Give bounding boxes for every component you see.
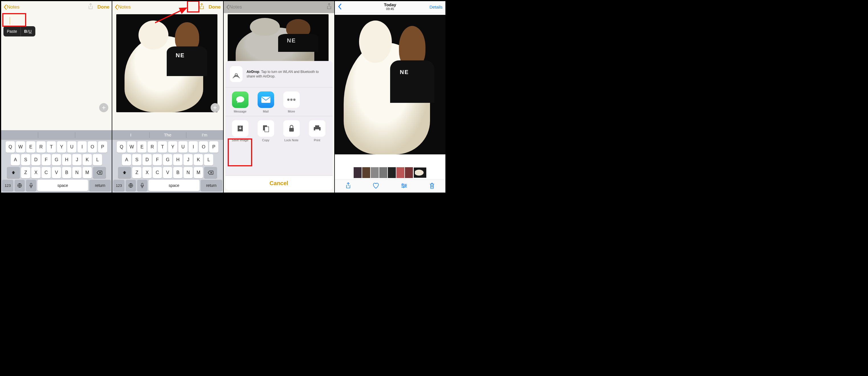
key[interactable]: H [62,154,71,165]
key[interactable]: P [98,141,107,153]
space-key[interactable]: space [149,180,199,191]
key[interactable]: F [41,154,51,165]
key[interactable]: L [93,154,102,165]
delete-button[interactable] [429,182,435,190]
thumb[interactable] [379,167,388,178]
key[interactable]: E [137,141,147,153]
shift-key[interactable] [118,167,131,178]
back-button[interactable]: Notes [115,4,130,10]
share-message[interactable]: Message [230,91,250,113]
key[interactable]: L [204,154,213,165]
add-button[interactable]: + [99,103,108,112]
globe-key[interactable] [126,180,136,191]
key[interactable]: E [26,141,35,153]
thumb[interactable] [405,167,413,178]
key[interactable]: C [153,167,162,178]
return-key[interactable]: return [200,180,222,191]
key[interactable]: K [194,154,203,165]
key[interactable]: F [153,154,162,165]
key[interactable]: S [132,154,141,165]
suggestion[interactable] [75,130,112,140]
key[interactable]: W [127,141,136,153]
menu-format[interactable]: BIU [21,29,35,34]
key[interactable]: D [31,154,40,165]
key[interactable]: K [83,154,92,165]
backspace-key[interactable] [204,167,217,178]
key[interactable]: H [173,154,182,165]
thumb[interactable] [388,167,396,178]
key[interactable]: P [209,141,218,153]
favorite-button[interactable] [372,183,379,190]
note-body[interactable]: Paste BIU + [1,13,112,116]
thumb[interactable] [370,167,379,178]
cancel-button[interactable]: Cancel [225,176,333,190]
share-button[interactable] [199,3,205,11]
thumb[interactable] [362,167,370,178]
key[interactable]: I [189,141,198,153]
share-button[interactable] [345,182,351,190]
edit-button[interactable] [400,183,408,190]
key[interactable]: X [31,167,40,178]
key[interactable]: O [88,141,97,153]
thumbnail-strip[interactable] [335,167,445,178]
key[interactable]: X [143,167,152,178]
key[interactable]: J [184,154,193,165]
suggestion[interactable] [1,130,38,140]
key[interactable]: Z [21,167,30,178]
backspace-key[interactable] [93,167,106,178]
key[interactable]: U [178,141,187,153]
globe-key[interactable] [14,180,25,191]
key[interactable]: A [11,154,20,165]
mic-key[interactable] [26,180,36,191]
suggestion[interactable]: I'm [186,130,223,140]
key[interactable]: N [72,167,82,178]
key[interactable]: V [52,167,61,178]
key[interactable]: R [36,141,45,153]
action-save-image[interactable]: Save Image [230,120,250,142]
key[interactable]: Y [168,141,177,153]
shift-key[interactable] [7,167,20,178]
done-button[interactable]: Done [97,4,110,10]
key[interactable]: G [163,154,172,165]
share-mail[interactable]: Mail [256,91,276,113]
share-button[interactable] [88,3,93,11]
back-button[interactable]: Notes [3,4,20,10]
key[interactable]: B [173,167,182,178]
thumb-selected[interactable] [413,167,427,178]
key[interactable]: G [52,154,61,165]
menu-paste[interactable]: Paste [3,29,21,34]
photo-full[interactable] [335,15,445,154]
share-more[interactable]: •••More [281,91,302,113]
mic-key[interactable] [137,180,147,191]
action-lock-note[interactable]: Lock Note [281,120,302,142]
key[interactable]: Y [57,141,66,153]
return-key[interactable]: return [89,180,111,191]
key[interactable]: R [148,141,157,153]
key[interactable]: W [16,141,25,153]
key[interactable]: S [21,154,30,165]
key[interactable]: Z [132,167,141,178]
note-body[interactable]: + [112,13,223,116]
suggestion[interactable]: I [112,130,149,140]
key[interactable]: B [62,167,71,178]
key[interactable]: I [78,141,87,153]
suggestion[interactable]: The [149,130,186,140]
key[interactable]: O [199,141,208,153]
key[interactable]: V [163,167,172,178]
key[interactable]: Q [117,141,126,153]
add-button[interactable]: + [211,103,220,112]
space-key[interactable]: space [37,180,88,191]
key[interactable]: J [72,154,82,165]
key[interactable]: C [41,167,51,178]
thumb[interactable] [353,167,362,178]
key[interactable]: A [122,154,131,165]
action-copy[interactable]: Copy [256,120,276,142]
pasted-image[interactable] [116,14,217,112]
suggestion[interactable] [38,130,75,140]
action-print[interactable]: Print [307,120,328,142]
key[interactable]: M [83,167,92,178]
key[interactable]: Q [6,141,15,153]
airdrop-row[interactable]: AirDrop. Tap to turn on WLAN and Bluetoo… [225,61,333,88]
numeric-key[interactable]: 123 [113,180,125,191]
key[interactable]: U [67,141,76,153]
